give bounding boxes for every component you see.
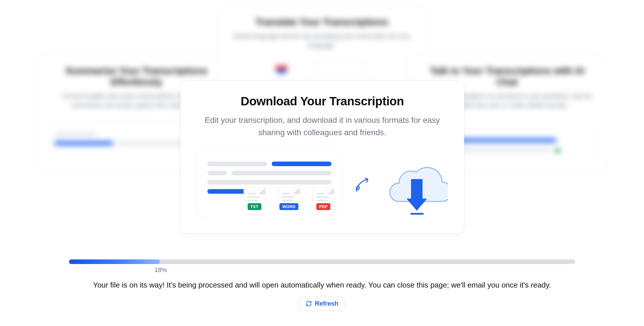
bg-card-translate-title: Translate Your Transcriptions	[229, 16, 415, 28]
svg-rect-0	[411, 179, 423, 199]
download-card-desc: Edit your transcription, and download it…	[197, 114, 448, 139]
refresh-button-label: Refresh	[315, 300, 338, 307]
progress-bar-fill	[69, 259, 160, 264]
progress-section: 18%	[69, 259, 575, 274]
format-badge-pdf: PDF	[316, 203, 331, 210]
progress-bar	[69, 259, 575, 264]
cloud-download-icon	[382, 152, 448, 218]
bg-card-translate-desc: Break language barriers by translating y…	[229, 32, 415, 50]
transcript-preview: TXT WORD PDF	[197, 152, 342, 218]
refresh-icon	[306, 300, 312, 307]
export-file-pdf: PDF	[313, 187, 334, 215]
download-card: Download Your Transcription Edit your tr…	[180, 80, 464, 234]
status-message: Your file is on its way! It's being proc…	[0, 281, 644, 290]
format-badge-txt: TXT	[248, 203, 261, 210]
svg-rect-1	[410, 213, 424, 215]
download-card-title: Download Your Transcription	[197, 94, 448, 108]
progress-percent-label: 18%	[154, 266, 575, 274]
download-illustration: TXT WORD PDF	[197, 152, 448, 218]
arrow-swirl-icon	[355, 173, 369, 196]
export-file-word: WORD	[278, 187, 300, 215]
refresh-button[interactable]: Refresh	[299, 297, 345, 311]
format-badge-word: WORD	[279, 203, 298, 210]
export-file-txt: TXT	[244, 187, 265, 215]
